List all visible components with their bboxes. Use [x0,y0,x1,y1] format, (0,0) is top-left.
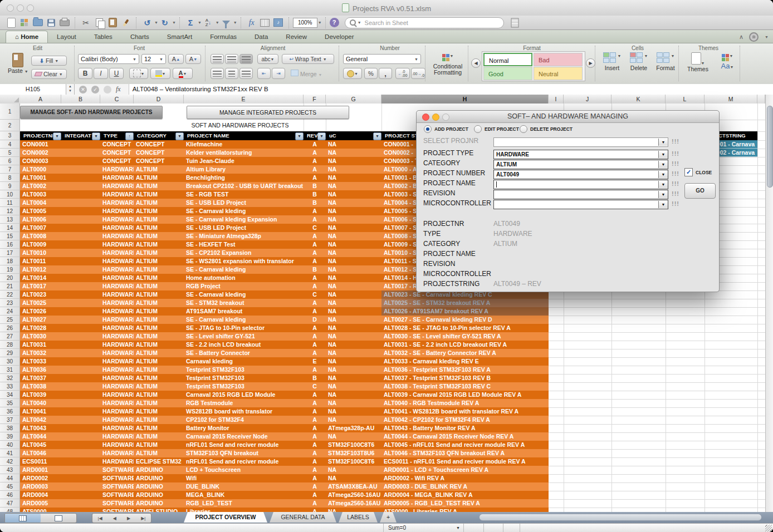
table-cell[interactable]: SE - Carnaval kleding [184,265,304,274]
table-cell[interactable]: Libraries [184,508,304,512]
table-cell[interactable]: NA [326,174,381,182]
table-cell[interactable]: ECS0011 [20,457,61,466]
table-cell[interactable]: HARDWARE [100,349,134,357]
table-cell[interactable]: RGB Testmodule [184,399,304,407]
combo-category[interactable]: ALTIUM▼ [493,160,668,169]
table-cell[interactable]: A [304,274,326,282]
table-cell[interactable]: ALTIUM [134,199,184,207]
table-cell[interactable]: SE - RGB TEST [184,190,304,199]
table-cell[interactable]: ALTIUM [134,399,184,407]
row-header[interactable]: 24 [0,307,20,316]
table-cell[interactable]: HARDWARE [100,316,134,324]
underline-button[interactable]: U [109,68,124,79]
paste-icon[interactable] [106,17,119,29]
table-cell[interactable]: ALTIUM [134,349,184,357]
increase-decimal-button[interactable]: ←.0.00 [395,68,410,79]
style-good[interactable]: Good [483,67,532,80]
table-cell[interactable]: ALTIUM [134,274,184,282]
row-header[interactable]: 26 [0,324,20,332]
filter-button-icon[interactable]: ▼ [373,132,381,140]
table-cell[interactable]: ARDUINO [134,499,184,508]
row-header[interactable]: 42 [0,457,20,466]
row-header[interactable]: 10 [0,190,20,199]
table-cell[interactable]: A [304,449,326,457]
table-cell[interactable]: HARDWARE [100,416,134,424]
table-cell[interactable]: Battery Monitor [184,424,304,432]
table-cell[interactable]: HARDWARE [100,424,134,432]
sum-indicator[interactable]: Sum=0▼ [383,524,464,532]
table-cell[interactable]: NA [326,265,381,274]
resize-grip-icon[interactable] [765,525,772,531]
table-row[interactable]: 39ALT0044HARDWAREALTIUMCarnaval 2015 Rec… [0,432,765,441]
table-cell[interactable]: HARDWARE [100,165,134,174]
table-cell[interactable]: ALT0046 - STM32F103 QFN breakout REV A [381,449,549,457]
table-cell[interactable]: STM32F100C8T6 [326,441,381,449]
filter-button-icon[interactable]: ▼ [175,132,184,140]
table-cell[interactable]: ALT0017 [20,282,61,290]
table-cell[interactable]: Kliefmachine [184,140,304,149]
table-cell[interactable]: ARD0002 - Wifi REV A [381,474,549,482]
table-cell[interactable]: NA [326,349,381,357]
table-cell[interactable]: ALTIUM [134,316,184,324]
column-header-F[interactable]: F [304,95,326,104]
font-name-select[interactable]: Calibri (Body)▼ [78,54,139,64]
table-cell[interactable]: HARDWARE [100,265,134,274]
table-cell[interactable]: Kelder ventilatorsturing [184,149,304,157]
combo-project-type[interactable]: HARDWARE▼ [493,150,668,159]
table-cell[interactable]: ALT0014 [20,274,61,282]
collapse-ribbon-icon[interactable]: ∧ [739,33,743,41]
table-cell[interactable]: ALTIUM [134,357,184,366]
table-cell[interactable]: RGB_LED_TEST [184,499,304,508]
table-cell[interactable]: NA [326,474,381,482]
row-header[interactable]: 41 [0,449,20,457]
align-center-button[interactable] [225,68,238,79]
table-cell[interactable]: ARDUINO [134,474,184,482]
table-cell[interactable]: ALT0031 - SE - 2.2 inch LCD breakout REV… [381,341,549,349]
filter-button-icon[interactable]: ▼ [317,132,326,140]
row-header[interactable]: 8 [0,174,20,182]
table-cell[interactable]: Home automation [184,274,304,282]
table-cell[interactable]: ALTIUM [134,215,184,224]
vertical-scroll-thumb[interactable] [767,106,773,188]
table-cell[interactable]: ARD0001 [20,466,61,474]
table-cell[interactable]: STM32F103 QFN breakout [184,449,304,457]
table-cell[interactable]: A [304,432,326,441]
next-sheet-icon[interactable]: ▶ [127,516,130,521]
table-cell[interactable]: Altium Library [184,165,304,174]
italic-button[interactable]: I [94,68,108,79]
table-cell[interactable]: A [304,282,326,290]
table-row[interactable]: 47ARD0005SOFTWAREARDUINORGB_LED_TESTAATm… [0,499,765,508]
table-cell[interactable]: ALTIUM [134,190,184,199]
table-cell[interactable]: NA [326,182,381,190]
table-cell[interactable]: ALT0037 - Testprint STM32F103 REV B [381,374,549,382]
table-cell[interactable]: A [304,341,326,349]
table-cell[interactable]: NA [326,407,381,416]
table-cell[interactable]: A [304,441,326,449]
table-cell[interactable]: ALTIUM [134,424,184,432]
radio-add-project[interactable]: ADD PROJECT [424,125,468,133]
table-cell[interactable]: SE - HEXFET Test [184,240,304,249]
tab-layout[interactable]: Layout [48,31,85,43]
row-header[interactable]: 43 [0,466,20,474]
row-header[interactable]: 16 [0,240,20,249]
table-cell[interactable]: HARDWARE [100,441,134,449]
table-cell[interactable]: NA [326,140,381,149]
table-cell[interactable]: ALT0031 [20,341,61,349]
table-cell[interactable]: ALT0005 [20,207,61,215]
table-cell[interactable]: A [304,349,326,357]
table-cell[interactable]: ALT0025 [20,299,61,307]
row-header[interactable]: 45 [0,482,20,491]
cut-icon[interactable]: ✂ [79,17,92,29]
table-row[interactable]: 40ALT0045HARDWAREALTIUMnRFL01 Send and r… [0,441,765,449]
row-header[interactable]: 48 [0,508,20,512]
table-cell[interactable]: ALTIUM [134,307,184,316]
zoom-level-select[interactable]: 100% [293,18,317,28]
fill-button[interactable]: ⬇ Fill ▼ [31,56,67,66]
row-header[interactable]: 22 [0,290,20,299]
table-cell[interactable]: HARDWARE [100,240,134,249]
media-browser-icon[interactable]: ♪ [272,17,285,29]
table-cell[interactable]: NA [326,299,381,307]
table-cell[interactable]: ALT0030 [20,332,61,341]
table-cell[interactable]: ALTIUM [134,182,184,190]
table-cell[interactable]: SOFTWARE [100,482,134,491]
